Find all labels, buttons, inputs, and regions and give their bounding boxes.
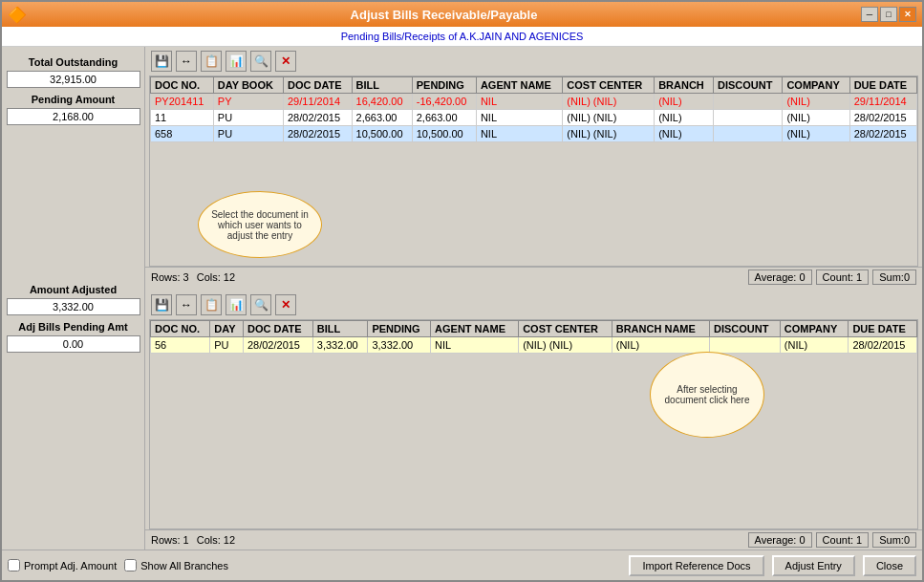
delete2-icon[interactable]: ✕ — [275, 294, 296, 315]
prompt-adj-checkbox[interactable] — [8, 559, 20, 571]
bottom-bar: Prompt Adj. Amount Show All Branches Imp… — [2, 550, 922, 580]
show-all-branches-text: Show All Branches — [140, 560, 228, 571]
amount-adjusted-value: 3,332.00 — [7, 298, 140, 315]
table-row[interactable]: PY201411 PY 29/11/2014 16,420.00 -16,420… — [151, 94, 917, 110]
col-discount: DISCOUNT — [713, 77, 782, 94]
cell-docno: 658 — [151, 126, 214, 142]
cell-cost: (NIL) (NIL) — [563, 94, 655, 110]
show-all-branches-checkbox[interactable] — [124, 559, 137, 571]
cell2-docno: 56 — [151, 337, 210, 354]
top-average: Average: 0 — [748, 269, 812, 285]
col-bill: BILL — [352, 77, 412, 94]
save-icon[interactable]: 💾 — [151, 51, 172, 72]
click-here-tooltip: After selecting document click here — [650, 352, 764, 438]
delete-icon[interactable]: ✕ — [275, 51, 296, 72]
top-grid-stats: Average: 0 Count: 1 Sum:0 — [748, 269, 916, 285]
resize2-icon[interactable]: ↔ — [176, 294, 197, 315]
cell-pending: 2,663.00 — [412, 110, 476, 126]
bottom-toolbar: 💾 ↔ 📋 📊 🔍 ✕ — [145, 291, 922, 319]
cell-docdate: 29/11/2014 — [283, 94, 352, 110]
col2-company: COMPANY — [780, 321, 849, 337]
bottom-grid-stats: Average: 0 Count: 1 Sum:0 — [748, 532, 916, 548]
cell2-docdate: 28/02/2015 — [243, 337, 312, 354]
title-bar: 🔶 Adjust Bills Receivable/Payable ─ □ ✕ — [2, 2, 922, 27]
top-grid-tooltip: Select the document in which user wants … — [179, 182, 341, 267]
bottom-average: Average: 0 — [748, 532, 812, 548]
cell2-day: PU — [210, 337, 244, 354]
copy-icon[interactable]: 📋 — [201, 51, 222, 72]
save2-icon[interactable]: 💾 — [151, 294, 172, 315]
maximize-button[interactable]: □ — [880, 7, 897, 22]
cell-duedate: 28/02/2015 — [849, 126, 916, 142]
col2-pending: PENDING — [368, 321, 431, 337]
col2-branch: BRANCH NAME — [612, 321, 709, 337]
subtitle-bar: Pending Bills/Receipts of A.K.JAIN AND A… — [2, 27, 922, 47]
col-docdate: DOC DATE — [283, 77, 352, 94]
subtitle-text: Pending Bills/Receipts of A.K.JAIN AND A… — [341, 31, 584, 42]
col2-duedate: DUE DATE — [849, 321, 917, 337]
adjust-entry-button[interactable]: Adjust Entry — [772, 555, 855, 576]
cell-discount — [713, 126, 782, 142]
table-row[interactable]: 11 PU 28/02/2015 2,663.00 2,663.00 NIL (… — [151, 110, 917, 126]
cell-bill: 10,500.00 — [352, 126, 412, 142]
import-ref-docs-button[interactable]: Import Reference Docs — [629, 555, 763, 576]
show-all-branches-label[interactable]: Show All Branches — [124, 559, 228, 571]
cell-company: (NIL) — [783, 110, 849, 126]
lower-stats: Amount Adjusted 3,332.00 Adj Bills Pendi… — [7, 278, 140, 353]
cell-discount — [713, 110, 782, 126]
cell-agent: NIL — [476, 94, 562, 110]
table-row[interactable]: 658 PU 28/02/2015 10,500.00 10,500.00 NI… — [151, 126, 917, 142]
col2-docdate: DOC DATE — [243, 321, 312, 337]
col-company: COMPANY — [783, 77, 849, 94]
cell-docno: 11 — [151, 110, 214, 126]
cell-bill: 16,420.00 — [352, 94, 412, 110]
cell-bill: 2,663.00 — [352, 110, 412, 126]
window-close-button[interactable]: ✕ — [899, 7, 916, 22]
cell2-branch: (NIL) — [612, 337, 709, 354]
close-button[interactable]: Close — [863, 555, 916, 576]
bottom-grid-status: Rows: 1 Cols: 12 Average: 0 Count: 1 Sum… — [145, 529, 922, 550]
col2-discount: DISCOUNT — [710, 321, 781, 337]
resize-icon[interactable]: ↔ — [176, 51, 197, 72]
cell2-agent: NIL — [431, 337, 519, 354]
bottom-rows-status: Rows: 1 — [151, 534, 189, 546]
cell-discount — [713, 94, 782, 110]
main-window: 🔶 Adjust Bills Receivable/Payable ─ □ ✕ … — [0, 0, 924, 582]
prompt-adj-checkbox-label[interactable]: Prompt Adj. Amount — [8, 559, 117, 571]
bottom-table: DOC NO. DAY DOC DATE BILL PENDING AGENT … — [150, 320, 917, 354]
search-icon[interactable]: 🔍 — [250, 51, 271, 72]
col-daybook: DAY BOOK — [213, 77, 283, 94]
minimize-button[interactable]: ─ — [861, 7, 878, 22]
cell-docdate: 28/02/2015 — [283, 110, 352, 126]
select-doc-tooltip: Select the document in which user wants … — [198, 191, 322, 258]
adj-bills-pending-value: 0.00 — [7, 335, 140, 353]
cell2-company: (NIL) — [780, 337, 849, 354]
top-cols-status: Cols: 12 — [197, 271, 235, 283]
table2-icon[interactable]: 📊 — [226, 294, 247, 315]
col2-day: DAY — [210, 321, 244, 337]
cell2-pending: 3,332.00 — [368, 337, 431, 354]
top-rows-status: Rows: 3 — [151, 271, 189, 283]
table-row[interactable]: 56 PU 28/02/2015 3,332.00 3,332.00 NIL (… — [151, 337, 917, 354]
cell-branch: (NIL) — [655, 126, 714, 142]
cell-daybook: PY — [213, 94, 283, 110]
copy2-icon[interactable]: 📋 — [201, 294, 222, 315]
main-content: Total Outstanding 32,915.00 Pending Amou… — [2, 47, 922, 550]
cell-docno: PY201411 — [151, 94, 214, 110]
cell-duedate: 28/02/2015 — [849, 110, 916, 126]
cell-daybook: PU — [213, 126, 283, 142]
search2-icon[interactable]: 🔍 — [250, 294, 271, 315]
bottom-count: Count: 1 — [816, 532, 870, 548]
left-panel: Total Outstanding 32,915.00 Pending Amou… — [2, 47, 145, 550]
top-grid[interactable]: DOC NO. DAY BOOK DOC DATE BILL PENDING A… — [149, 75, 918, 267]
table-icon[interactable]: 📊 — [226, 51, 247, 72]
cell2-duedate: 28/02/2015 — [849, 337, 917, 354]
bottom-grid[interactable]: DOC NO. DAY DOC DATE BILL PENDING AGENT … — [149, 319, 918, 529]
cell-pending: -16,420.00 — [412, 94, 476, 110]
bottom-table-header: DOC NO. DAY DOC DATE BILL PENDING AGENT … — [151, 321, 917, 337]
window-title: Adjust Bills Receivable/Payable — [351, 8, 538, 22]
cell-cost: (NIL) (NIL) — [563, 126, 655, 142]
col2-docno: DOC NO. — [151, 321, 210, 337]
window-icon: 🔶 — [8, 6, 27, 24]
adj-bills-pending-label: Adj Bills Pending Amt — [7, 319, 140, 334]
